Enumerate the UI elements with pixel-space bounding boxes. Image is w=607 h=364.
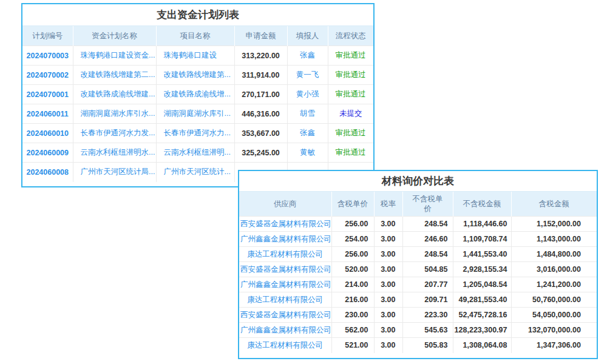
price-no-tax-cell: 248.54 [402, 217, 453, 232]
amount-with-tax-cell: 3,016,000.00 [511, 262, 597, 277]
quote-col-header-supplier: 供应商 [239, 192, 331, 217]
amount-no-tax-cell: 1,118,446.60 [453, 217, 511, 232]
project-name-link[interactable]: 广州市天河区统计... [156, 163, 234, 182]
fund-plan-name-link[interactable]: 广州市天河区统计局... [73, 163, 156, 182]
project-name-link[interactable]: 改建铁路成渝线增... [156, 85, 234, 104]
plan-id-link[interactable]: 2024060010 [22, 124, 73, 143]
amount-with-tax-cell: 1,152,000.00 [511, 217, 597, 232]
amount-no-tax-cell: 128,223,300.97 [453, 323, 511, 338]
price-with-tax-cell: 521.00 [331, 338, 374, 353]
supplier-link[interactable]: 康达工程材料有限公司 [239, 292, 331, 308]
plan-table-row: 2024070003珠海鹤港口建设资金...珠海鹤港口建设313,220.00张… [22, 46, 373, 66]
plan-col-header-project: 项目名称 [156, 26, 234, 46]
project-name-link[interactable]: 珠海鹤港口建设 [156, 46, 234, 66]
fund-plan-name-link[interactable]: 湖南洞庭湖水库引水... [73, 104, 156, 124]
price-no-tax-cell: 248.54 [402, 247, 453, 262]
quote-col-header-amount-no-tax: 不含税金额 [453, 192, 511, 217]
amount-with-tax-cell: 1,484,800.00 [511, 247, 597, 262]
price-with-tax-cell: 230.00 [331, 308, 374, 323]
supplier-link[interactable]: 康达工程材料有限公司 [239, 247, 331, 262]
price-with-tax-cell: 216.00 [331, 292, 374, 308]
plan-table-row: 2024070002改建铁路线增建第二...改建铁路线增建第...311,914… [22, 66, 373, 85]
reporter-link[interactable]: 张鑫 [287, 124, 328, 143]
quote-table-row: 康达工程材料有限公司521.003.00505.831,308,064.081,… [239, 338, 597, 353]
price-no-tax-cell: 504.85 [402, 262, 453, 277]
supplier-link[interactable]: 广州鑫鑫金属材料有限公司 [239, 232, 331, 247]
quote-col-header-amount-with-tax: 含税金额 [511, 192, 597, 217]
fund-plan-name-link[interactable]: 改建铁路成渝线增建... [73, 85, 156, 104]
supplier-link[interactable]: 西安盛器金属材料有限公司 [239, 217, 331, 232]
fund-plan-name-link[interactable]: 长春市伊通河水力发... [73, 124, 156, 143]
request-amount-cell: 311,914.00 [234, 66, 287, 85]
tax-rate-cell: 3.00 [374, 247, 402, 262]
plan-col-header-reporter: 填报人 [287, 26, 328, 46]
price-no-tax-cell: 505.83 [402, 338, 453, 353]
status-badge: 未提交 [328, 104, 373, 124]
plan-table-row: 2024060009云南水利枢纽潜明水...云南水利枢纽潜明...325,245… [22, 143, 373, 163]
plan-id-link[interactable]: 2024070001 [22, 85, 73, 104]
price-with-tax-cell: 562.00 [331, 323, 374, 338]
amount-with-tax-cell: 1,143,000.00 [511, 232, 597, 247]
quote-col-header-tax-rate: 税率 [374, 192, 402, 217]
status-badge: 审批通过 [328, 85, 373, 104]
tax-rate-cell: 3.00 [374, 262, 402, 277]
request-amount-cell: 325,245.00 [234, 143, 287, 163]
project-name-link[interactable]: 长春市伊通河水力... [156, 124, 234, 143]
expenditure-plan-title: 支出资金计划列表 [22, 4, 373, 26]
material-quote-panel: 材料询价对比表 供应商 含税单价 税率 不含税单价 不含税金额 含税金额 西安盛… [238, 170, 598, 359]
tax-rate-cell: 3.00 [374, 277, 402, 292]
tax-rate-cell: 3.00 [374, 323, 402, 338]
supplier-link[interactable]: 康达工程材料有限公司 [239, 338, 331, 353]
amount-no-tax-cell: 1,308,064.08 [453, 338, 511, 353]
project-name-link[interactable]: 改建铁路线增建第... [156, 66, 234, 85]
expenditure-plan-table: 计划编号 资金计划名称 项目名称 申请金额 填报人 流程状态 202407000… [22, 26, 373, 182]
plan-id-link[interactable]: 2024070003 [22, 46, 73, 66]
price-with-tax-cell: 254.00 [331, 232, 374, 247]
plan-table-row: 2024060011湖南洞庭湖水库引水...湖南洞庭湖水库引...446,316… [22, 104, 373, 124]
plan-id-link[interactable]: 2024070002 [22, 66, 73, 85]
quote-table-row: 康达工程材料有限公司216.003.00209.7149,281,553.405… [239, 292, 597, 308]
reporter-link[interactable]: 黄一飞 [287, 66, 328, 85]
tax-rate-cell: 3.00 [374, 232, 402, 247]
amount-no-tax-cell: 1,109,708.74 [453, 232, 511, 247]
price-with-tax-cell: 520.00 [331, 262, 374, 277]
fund-plan-name-link[interactable]: 改建铁路线增建第二... [73, 66, 156, 85]
reporter-link[interactable]: 黄敏 [287, 143, 328, 163]
expenditure-plan-panel: 支出资金计划列表 计划编号 资金计划名称 项目名称 申请金额 填报人 流程状态 … [21, 3, 375, 187]
status-badge: 审批通过 [328, 124, 373, 143]
plan-id-link[interactable]: 2024060011 [22, 104, 73, 124]
status-badge: 审批通过 [328, 46, 373, 66]
reporter-link[interactable]: 胡雪 [287, 104, 328, 124]
fund-plan-name-link[interactable]: 珠海鹤港口建设资金... [73, 46, 156, 66]
quote-table-row: 广州鑫鑫金属材料有限公司254.003.00246.601,109,708.74… [239, 232, 597, 247]
supplier-link[interactable]: 广州鑫鑫金属材料有限公司 [239, 277, 331, 292]
quote-table-header-row: 供应商 含税单价 税率 不含税单价 不含税金额 含税金额 [239, 192, 597, 217]
price-no-tax-cell: 223.30 [402, 308, 453, 323]
quote-table-row: 西安盛器金属材料有限公司256.003.00248.541,118,446.60… [239, 217, 597, 232]
project-name-link[interactable]: 云南水利枢纽潜明... [156, 143, 234, 163]
amount-with-tax-cell: 1,347,306.00 [511, 338, 597, 353]
reporter-link[interactable]: 张鑫 [287, 46, 328, 66]
price-with-tax-cell: 256.00 [331, 217, 374, 232]
quote-table-row: 西安盛器金属材料有限公司230.003.00223.3052,475,728.1… [239, 308, 597, 323]
quote-table-row: 康达工程材料有限公司256.003.00248.541,441,553.401,… [239, 247, 597, 262]
project-name-link[interactable]: 湖南洞庭湖水库引... [156, 104, 234, 124]
quote-table-row: 西安盛器金属材料有限公司520.003.00504.852,928,155.34… [239, 262, 597, 277]
amount-with-tax-cell: 50,760,000.00 [511, 292, 597, 308]
supplier-link[interactable]: 西安盛器金属材料有限公司 [239, 262, 331, 277]
amount-with-tax-cell: 1,241,200.00 [511, 277, 597, 292]
plan-col-header-fund-name: 资金计划名称 [73, 26, 156, 46]
supplier-link[interactable]: 西安盛器金属材料有限公司 [239, 308, 331, 323]
plan-table-row: 2024070001改建铁路成渝线增建...改建铁路成渝线增...270,171… [22, 85, 373, 104]
request-amount-cell: 353,667.00 [234, 124, 287, 143]
reporter-link[interactable]: 黄小强 [287, 85, 328, 104]
amount-with-tax-cell: 132,070,000.00 [511, 323, 597, 338]
plan-col-header-id: 计划编号 [22, 26, 73, 46]
fund-plan-name-link[interactable]: 云南水利枢纽潜明水... [73, 143, 156, 163]
quote-col-header-price-no-tax: 不含税单价 [402, 192, 453, 217]
supplier-link[interactable]: 广州鑫鑫金属材料有限公司 [239, 323, 331, 338]
request-amount-cell: 313,220.00 [234, 46, 287, 66]
price-with-tax-cell: 256.00 [331, 247, 374, 262]
plan-id-link[interactable]: 2024060008 [22, 163, 73, 182]
plan-id-link[interactable]: 2024060009 [22, 143, 73, 163]
